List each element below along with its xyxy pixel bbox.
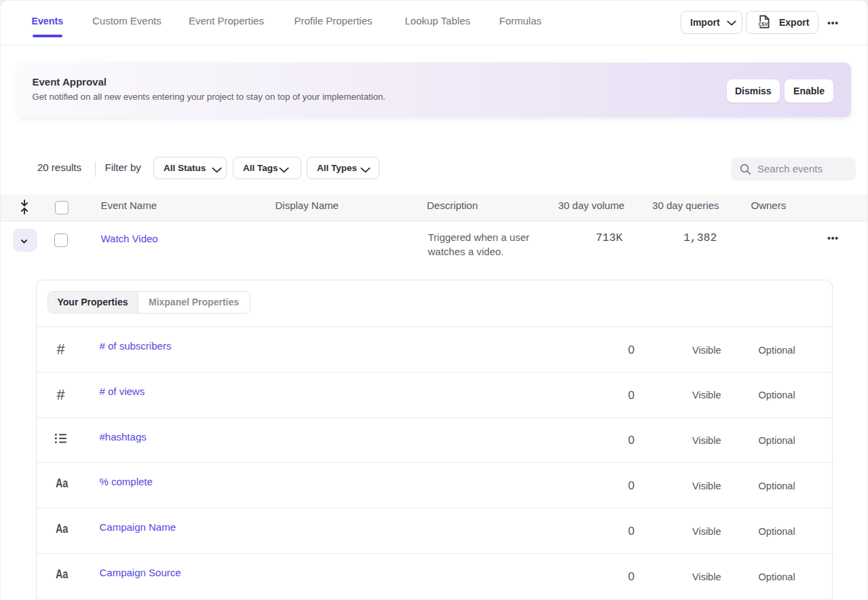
svg-text:CSV: CSV — [758, 22, 768, 26]
